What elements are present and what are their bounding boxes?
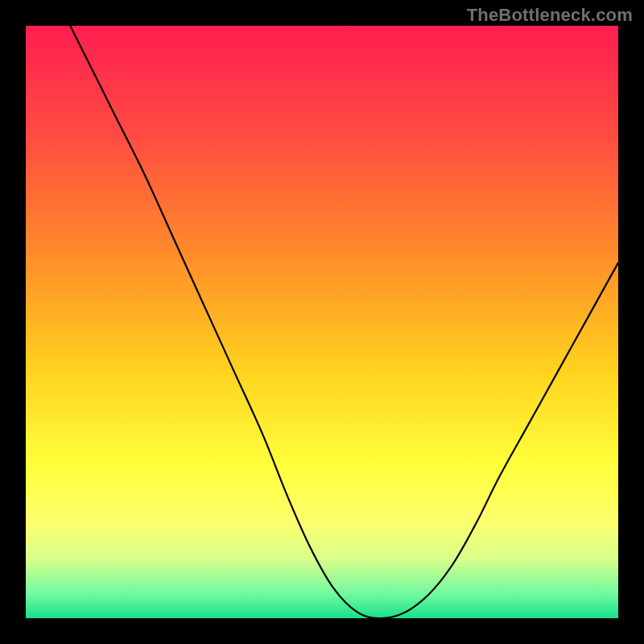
curve-svg: [26, 26, 618, 618]
curve-marker: [477, 469, 488, 483]
plot-area: [26, 26, 618, 618]
curve-marker: [461, 505, 473, 519]
curve-marker: [470, 481, 481, 495]
marker-group: [269, 457, 488, 619]
bottleneck-curve: [56, 0, 618, 618]
chart-frame: TheBottleneck.com: [0, 0, 644, 644]
curve-marker: [435, 558, 446, 572]
curve-marker: [447, 534, 458, 548]
curve-marker: [452, 522, 464, 537]
watermark-text: TheBottleneck.com: [467, 5, 633, 26]
curve-marker: [345, 605, 358, 614]
